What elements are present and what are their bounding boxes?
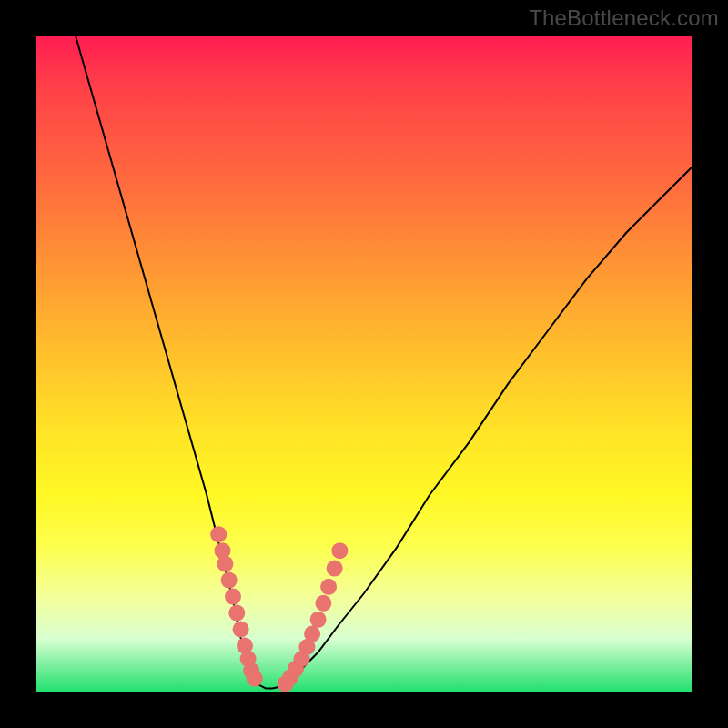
curve-svg xyxy=(36,36,692,692)
highlight-bead xyxy=(304,626,320,642)
watermark-text: TheBottleneck.com xyxy=(529,5,719,31)
highlight-bead xyxy=(320,579,337,595)
highlight-bead xyxy=(315,595,331,612)
highlight-bead xyxy=(331,542,348,559)
bead-group-right xyxy=(278,542,349,692)
highlight-bead xyxy=(221,572,238,589)
chart-container: TheBottleneck.com xyxy=(0,0,728,728)
highlight-bead xyxy=(217,556,233,572)
highlight-bead xyxy=(233,622,249,638)
highlight-bead xyxy=(327,561,343,577)
highlight-bead xyxy=(210,526,227,542)
highlight-bead xyxy=(228,605,245,622)
bottleneck-curve xyxy=(76,36,692,688)
highlight-bead xyxy=(225,589,241,605)
plot-area xyxy=(36,36,692,692)
bead-group-left xyxy=(210,526,263,686)
highlight-bead xyxy=(247,671,263,687)
highlight-bead xyxy=(310,612,327,628)
